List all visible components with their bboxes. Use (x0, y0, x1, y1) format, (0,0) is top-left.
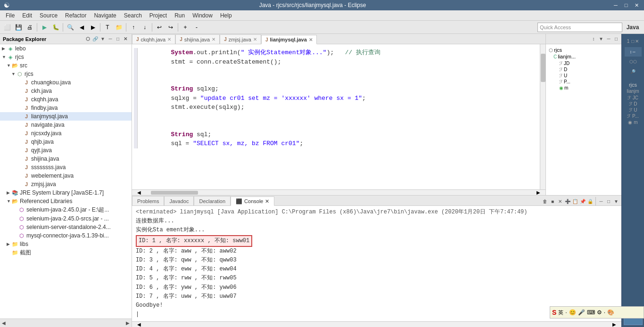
list-item[interactable]: ▶ ⬡ mysql-connector-java-5.1.39-bi... (0, 231, 132, 240)
view-menu-icon[interactable]: ▼ (613, 198, 619, 204)
outline-item[interactable]: ◉ m (558, 85, 620, 91)
tab-ckqhh[interactable]: J ckqhh.java ✕ (132, 34, 175, 44)
console-scrollbar[interactable]: ◀ ▶ (132, 321, 621, 327)
close-panel-icon[interactable]: ✕ (122, 36, 129, 42)
open-console-icon[interactable]: 📋 (572, 198, 578, 204)
scroll-left-btn[interactable]: ◀ (132, 322, 146, 327)
outline-item[interactable]: ℱ U (558, 73, 620, 79)
tab-console[interactable]: ⬛ Console ✕ (231, 196, 274, 206)
scroll-right-btn[interactable]: ▶ (607, 322, 621, 327)
list-item[interactable]: ▶ ⬡ selenium-server-standalone-2.4... (0, 223, 132, 231)
zoom-out-button[interactable]: - (191, 22, 202, 33)
list-item[interactable]: ▼ 📂 src (0, 61, 132, 70)
menu-source[interactable]: Source (36, 11, 61, 20)
tab-shijina[interactable]: J shijina.java ✕ (175, 34, 220, 44)
horizontal-scrollbar[interactable]: ◀ ▶ (132, 189, 545, 195)
outline-maximize-icon[interactable]: □ (613, 36, 619, 42)
scroll-left-btn[interactable]: ◀ (132, 190, 146, 195)
list-item[interactable]: ▶ J njcsxdy.java (0, 129, 132, 138)
view-menu-icon[interactable]: ▼ (99, 36, 106, 42)
maximize-console-icon[interactable]: □ (605, 198, 612, 204)
menu-refactor[interactable]: Refactor (61, 11, 90, 20)
list-item[interactable]: ▶ J navigate.java (0, 121, 132, 129)
list-item[interactable]: ▶ 📁 截图 (0, 248, 132, 257)
menu-window[interactable]: Window (189, 11, 216, 20)
menu-help[interactable]: Help (216, 11, 236, 20)
list-item[interactable]: ▶ J webelement.java (0, 172, 132, 180)
link-with-editor-icon[interactable]: 🔗 (92, 36, 99, 42)
list-item[interactable]: ▶ J chuangkou.java (0, 78, 132, 87)
clear-console-icon[interactable]: 🗑 (542, 198, 548, 204)
outline-item[interactable]: ℱ D (558, 66, 620, 73)
list-item[interactable]: ▶ ⬡ selenium-java-2.45.0.jar - E:\超... (0, 205, 132, 214)
quick-access-input[interactable]: Quick Access (537, 23, 622, 32)
tab-lianjmysql[interactable]: J lianjmysql.java ✕ (261, 35, 317, 44)
close-tab-icon[interactable]: ✕ (309, 37, 313, 42)
prev-annotation-button[interactable]: ↑ (128, 22, 139, 33)
undo-button[interactable]: ↩ (154, 22, 165, 33)
new-button[interactable]: ⬜ (2, 22, 12, 33)
vertical-scrollbar[interactable] (540, 44, 545, 189)
back-button[interactable]: ◀ (76, 22, 87, 33)
minimize-console-icon[interactable]: ─ (598, 198, 604, 204)
list-item[interactable]: ▶ 📚 JRE System Library [JavaSE-1.7] (0, 188, 132, 197)
outline-item[interactable]: ℱ JD (558, 60, 620, 66)
list-item[interactable]: ▶ ◈ lebo (0, 44, 132, 53)
perspective-toggle-btn[interactable]: ↕↔ (625, 47, 642, 57)
list-item[interactable]: ▶ J findby.java (0, 104, 132, 112)
print-button[interactable]: 🖨 (25, 22, 35, 33)
run-button[interactable]: ▶ (39, 22, 50, 33)
code-content-area[interactable]: System.out.println(" 实例化Statement对象...")… (132, 44, 545, 189)
close-tab-icon[interactable]: ✕ (167, 37, 171, 42)
menu-search[interactable]: Search (120, 11, 146, 20)
list-item[interactable]: ▶ J ssssssss.java (0, 163, 132, 172)
outline-sort-icon[interactable]: ↕ (590, 36, 597, 42)
list-item[interactable]: ▶ 📁 libs (0, 240, 132, 248)
debug-button[interactable]: 🐛 (50, 22, 61, 33)
menu-run[interactable]: Run (171, 11, 189, 20)
perspective-btn-3[interactable]: 🔎 (625, 67, 642, 76)
outline-menu-icon[interactable]: ▼ (598, 36, 604, 42)
close-tab-icon[interactable]: ✕ (265, 198, 269, 204)
new-console-icon[interactable]: ➕ (564, 198, 571, 204)
list-item[interactable]: ▶ ⬡ selenium-java-2.45.0-srcs.jar - ... (0, 214, 132, 223)
list-item[interactable]: ▶ J ckh.java (0, 87, 132, 95)
forward-button[interactable]: ▶ (88, 22, 98, 33)
list-item[interactable]: ▶ J zmjsj.java (0, 180, 132, 188)
zoom-in-button[interactable]: + (180, 22, 190, 33)
list-item[interactable]: ▼ ◈ rjcs (0, 53, 132, 61)
list-item[interactable]: ▶ J lianjmysql.java (0, 112, 132, 121)
terminate-icon[interactable]: ■ (549, 198, 556, 204)
outline-item[interactable]: ℱ P... (558, 79, 620, 85)
perspective-java-button[interactable]: Java (623, 22, 642, 33)
next-annotation-button[interactable]: ↓ (140, 22, 150, 33)
menu-edit[interactable]: Edit (18, 11, 36, 20)
close-tab-icon[interactable]: ✕ (253, 37, 257, 42)
minimize-panel-icon[interactable]: ─ (107, 36, 114, 42)
tab-problems[interactable]: Problems (132, 196, 164, 205)
list-item[interactable]: ▶ J qhjb.java (0, 138, 132, 146)
perspective-btn-2[interactable]: ⬡⬡ (625, 57, 642, 66)
outline-minimize-icon[interactable]: ─ (605, 36, 612, 42)
list-item[interactable]: ▶ J ckqhh.java (0, 95, 132, 104)
maximize-panel-icon[interactable]: □ (115, 36, 121, 42)
menu-file[interactable]: File (2, 11, 18, 20)
pin-console-icon[interactable]: 📌 (579, 198, 586, 204)
collapse-all-icon[interactable]: ⬡ (84, 36, 91, 42)
save-button[interactable]: 💾 (13, 22, 24, 33)
close-button[interactable]: ✕ (633, 1, 640, 9)
list-item[interactable]: ▶ J qyjt.java (0, 146, 132, 155)
scroll-lock-icon[interactable]: 🔒 (587, 198, 594, 204)
scroll-left-icon[interactable]: ◀ (2, 320, 6, 326)
list-item[interactable]: ▼ ⬡ rjcs (0, 70, 132, 78)
tab-zmjsj[interactable]: J zmjsj.java ✕ (220, 34, 261, 44)
list-item[interactable]: ▶ J shijina.java (0, 155, 132, 163)
scroll-right-icon[interactable]: ▶ (126, 320, 130, 326)
search-button[interactable]: 🔍 (65, 22, 75, 33)
open-resource-button[interactable]: 📁 (114, 22, 124, 33)
remove-terminated-icon[interactable]: ✕ (557, 198, 563, 204)
open-type-button[interactable]: T (102, 22, 113, 33)
console-output[interactable]: <terminated> lianjmysql [Java Applicatio… (132, 206, 621, 321)
minimize-button[interactable]: ─ (612, 1, 619, 9)
tab-declaration[interactable]: Declaration (194, 196, 231, 205)
